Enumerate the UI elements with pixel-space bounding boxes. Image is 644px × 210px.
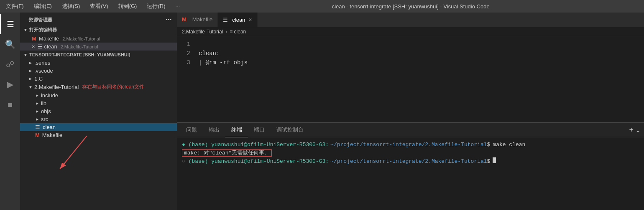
terminal-line-3: ○ (base) yuanwushui@ofilm-UniServer-R530… xyxy=(182,157,639,166)
tree-item-src[interactable]: ► src xyxy=(20,115,177,123)
title-bar: 文件(F) 编辑(E) 选择(S) 查看(V) 转到(G) 运行(R) ··· … xyxy=(0,0,644,13)
terminal-line-1: ● (base) yuanwushui@ofilm-UniServer-R530… xyxy=(182,141,639,149)
open-editor-makefile[interactable]: M Makefile 2.Makefile-Tutorial xyxy=(20,35,177,43)
panel-add-button[interactable]: + xyxy=(629,126,634,134)
tree-item-lib[interactable]: ► lib xyxy=(20,99,177,107)
explorer-root-label: TENSORRT-INTEGRATE [SSH: YUANWUSHUI] xyxy=(29,52,130,57)
tree-label-src: src xyxy=(41,116,48,122)
breadcrumb-folder: 2.Makefile-Tutorial xyxy=(182,29,223,35)
tree-item-objs[interactable]: ► objs xyxy=(20,107,177,115)
sidebar: 资源管理器 ··· ▼ 打开的编辑器 M Makefile 2.Makefile… xyxy=(20,13,177,210)
tree-label-vscode: .vscode xyxy=(34,68,53,74)
code-rm-command: @rm -rf objs xyxy=(205,58,248,67)
line-numbers: 1 2 3 xyxy=(177,36,194,122)
terminal-line-2: make: 对"clean"无需做任何事。 xyxy=(182,149,639,157)
open-editors-chevron: ▼ xyxy=(23,28,28,32)
tree-item-vscode[interactable]: ► .vscode xyxy=(20,67,177,75)
code-keyword-clean: clean: xyxy=(199,49,220,58)
terminal-prompt-2: (base) yuanwushui@ofilm-UniServer-R5300-… xyxy=(189,157,329,166)
terminal-content[interactable]: ● (base) yuanwushui@ofilm-UniServer-R530… xyxy=(177,137,644,210)
panel-more-button[interactable]: ⌄ xyxy=(635,126,641,134)
activity-bar: ☰ 🔍 ☍ ▶ ■ xyxy=(0,13,20,210)
terminal-prompt-1: (base) yuanwushui@ofilm-UniServer-R5300-… xyxy=(189,141,329,149)
tree-label-lib: lib xyxy=(41,100,46,106)
code-line-3: | @rm -rf objs xyxy=(199,58,644,67)
tab-bar: M Makefile ☰ clean × xyxy=(177,13,644,27)
terminal-path-1: ~/project/tensorrt-integrate/2.Makefile-… xyxy=(330,141,487,149)
window-title: clean - tensorrt-integrate [SSH: yuanwus… xyxy=(181,3,640,10)
series-chevron: ► xyxy=(28,61,33,65)
panel-tabs: 问题 输出 终端 端口 调试控制台 + ⌄ xyxy=(177,123,644,137)
menu-edit[interactable]: 编辑(E) xyxy=(32,2,54,11)
breadcrumb-sep: › xyxy=(225,29,227,35)
makefile-icon: M xyxy=(32,35,36,42)
makefile-tree-icon: M xyxy=(35,132,40,138)
objs-chevron: ► xyxy=(35,109,39,114)
tab-clean[interactable]: ☰ clean × xyxy=(218,13,257,27)
src-chevron: ► xyxy=(35,117,39,121)
activity-search-icon[interactable]: 🔍 xyxy=(0,34,20,54)
terminal-dot-2: ○ xyxy=(182,157,189,166)
menu-bar[interactable]: 文件(F) 编辑(E) 选择(S) 查看(V) 转到(G) 运行(R) ··· xyxy=(4,2,181,11)
annotation-label: 存在与目标同名的clean文件 xyxy=(82,83,144,91)
terminal-cursor xyxy=(493,157,496,163)
terminal-path-2: ~/project/tensorrt-integrate/2.Makefile-… xyxy=(330,157,487,166)
panel-tab-terminal[interactable]: 终端 xyxy=(225,123,248,137)
open-editor-clean[interactable]: × ☰ clean 2.Makefile-Tutorial xyxy=(20,43,177,51)
menu-file[interactable]: 文件(F) xyxy=(4,2,26,11)
vscode-chevron: ► xyxy=(28,68,33,73)
activity-extensions-icon[interactable]: ■ xyxy=(0,94,20,114)
panel-area: 问题 输出 终端 端口 调试控制台 + ⌄ ● (base) yuanwushu… xyxy=(177,122,644,210)
open-editor-clean-name: clean xyxy=(44,43,57,50)
open-editor-clean-path: 2.Makefile-Tutorial xyxy=(61,44,98,49)
code-line-1 xyxy=(199,40,644,49)
tree-label-objs: objs xyxy=(41,108,51,114)
open-editors-header[interactable]: ▼ 打开的编辑器 xyxy=(20,25,177,35)
open-editors-label: 打开的编辑器 xyxy=(29,27,57,33)
tree-item-include[interactable]: ► include xyxy=(20,91,177,99)
terminal-error-box: make: 对"clean"无需做任何事。 xyxy=(182,149,272,157)
tree-item-makefile-tutorial[interactable]: ▼ 2.Makefile-Tutorial 存在与目标同名的clean文件 xyxy=(20,83,177,91)
panel-tab-ports[interactable]: 端口 xyxy=(248,123,271,137)
panel-tab-output[interactable]: 输出 xyxy=(203,123,225,137)
tree-item-1c[interactable]: ► 1.C xyxy=(20,75,177,83)
terminal-dollar-2: $ xyxy=(487,157,491,166)
makefile-tutorial-chevron: ▼ xyxy=(28,85,33,89)
breadcrumb: 2.Makefile-Tutorial › ≡ clean xyxy=(177,27,644,36)
explorer-tree: ▼ TENSORRT-INTEGRATE [SSH: YUANWUSHUI] ►… xyxy=(20,51,177,210)
explorer-root-chevron: ▼ xyxy=(23,53,28,57)
tree-label-series: .series xyxy=(34,60,50,66)
activity-source-control-icon[interactable]: ☍ xyxy=(0,54,20,74)
explorer-root-header[interactable]: ▼ TENSORRT-INTEGRATE [SSH: YUANWUSHUI] xyxy=(20,51,177,59)
code-pipe: | xyxy=(199,58,202,67)
menu-run[interactable]: 运行(R) xyxy=(145,2,167,11)
code-content[interactable]: clean: | @rm -rf objs xyxy=(194,36,644,122)
clean-file-icon: ☰ xyxy=(38,43,43,50)
activity-explorer-icon[interactable]: ☰ xyxy=(0,14,20,34)
tab-makefile[interactable]: M Makefile xyxy=(177,13,218,27)
activity-debug-icon[interactable]: ▶ xyxy=(0,74,20,94)
editor-area: M Makefile ☰ clean × 2.Makefile-Tutorial… xyxy=(177,13,644,210)
sidebar-header-more[interactable]: ··· xyxy=(166,16,172,23)
tree-item-clean[interactable]: ☰ clean xyxy=(20,123,177,131)
lib-chevron: ► xyxy=(35,101,39,106)
tree-item-series[interactable]: ► .series xyxy=(20,59,177,67)
menu-more[interactable]: ··· xyxy=(174,2,181,11)
tree-label-makefile: Makefile xyxy=(42,132,62,138)
menu-select[interactable]: 选择(S) xyxy=(60,2,82,11)
tab-clean-close[interactable]: × xyxy=(248,16,252,23)
include-chevron: ► xyxy=(35,93,39,98)
tab-makefile-icon: M xyxy=(182,16,187,23)
tree-label-clean: clean xyxy=(43,124,56,130)
open-editor-makefile-path: 2.Makefile-Tutorial xyxy=(62,36,100,41)
open-editor-makefile-name: Makefile xyxy=(39,35,59,42)
panel-tab-debug[interactable]: 调试控制台 xyxy=(271,123,309,137)
tree-item-makefile[interactable]: M Makefile xyxy=(20,131,177,139)
panel-tab-problems[interactable]: 问题 xyxy=(180,123,203,137)
1c-chevron: ► xyxy=(28,76,33,81)
menu-goto[interactable]: 转到(G) xyxy=(117,2,139,11)
menu-view[interactable]: 查看(V) xyxy=(88,2,110,11)
main-layout: ☰ 🔍 ☍ ▶ ■ 资源管理器 ··· ▼ 打开的编辑器 M Makefile … xyxy=(0,13,644,210)
clean-file-icon-tree: ☰ xyxy=(35,124,40,130)
terminal-cmd-1: make clean xyxy=(493,141,525,149)
